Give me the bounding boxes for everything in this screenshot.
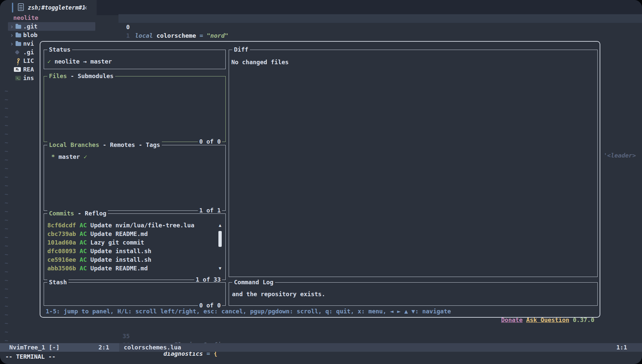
tab-submodules[interactable]: - Submodules (67, 72, 114, 79)
statusline: NvimTree_1 [-] 2:1 colorschemes.lua 1:1 (0, 343, 642, 352)
commit-row[interactable]: cbc739ab AC Update README.md (47, 230, 148, 238)
current-branch-star: * (51, 153, 55, 160)
scroll-up-icon[interactable]: ▲ (217, 221, 223, 230)
tilde-marker: ~ (5, 233, 8, 242)
tilde-marker: ~ (5, 293, 8, 302)
lazygit-commits-panel[interactable]: Commits - Reflog 8cf6dcdf AC Update nvim… (44, 213, 226, 280)
donate-link[interactable]: Donate (501, 316, 523, 323)
close-icon[interactable]: × (83, 3, 87, 12)
markdown-icon: M↓ (14, 67, 21, 72)
tilde-marker: ~ (5, 95, 8, 104)
tilde-marker: ~ (5, 87, 8, 95)
tree-item-label: .gi (23, 48, 34, 57)
lazygit-window: Status ✓ neolite → master Files - Submod… (40, 41, 600, 318)
tilde-marker: ~ (5, 181, 8, 190)
check-icon: ✓ (84, 153, 87, 160)
tilde-marker: ~ (5, 259, 8, 267)
tabline: zsh;#toggleterm#1 × (0, 0, 642, 15)
tilde-marker: ~ (5, 216, 8, 224)
commit-row[interactable]: dfc08093 AC Update install.sh (47, 247, 151, 255)
scrollbar-thumb[interactable] (218, 231, 222, 247)
tilde-marker: ~ (5, 207, 8, 216)
tree-item-label: REA (23, 65, 34, 74)
ask-question-link[interactable]: Ask Question (526, 316, 569, 323)
repo-status-row[interactable]: ✓ neolite → master (47, 57, 112, 66)
check-icon: ✓ (47, 58, 51, 65)
mode-indicator: -- TERMINAL -- (5, 352, 56, 361)
line-number: 1 (113, 31, 130, 40)
tree-item-label: blob (23, 31, 37, 39)
tab-commits[interactable]: Commits (49, 210, 74, 217)
tilde-marker: ~ (5, 276, 8, 285)
commits-panel-title: Commits - Reflog (47, 209, 108, 218)
tilde-marker: ~ (5, 190, 8, 199)
code-line-35: 35 -- Plugins Config -- (0, 323, 22, 332)
lazygit-branches-panel[interactable]: Local Branches - Remotes - Tags * master… (44, 145, 226, 211)
command-log-content: and the repository exists. (232, 290, 325, 298)
tab-files[interactable]: Files (49, 72, 67, 79)
lazygit-files-panel[interactable]: Files - Submodules 0 of 0 (44, 76, 226, 142)
tab-reflog[interactable]: - Reflog (74, 210, 107, 217)
tree-item-label: LIC (23, 57, 34, 65)
status-panel-title: Status (47, 45, 72, 54)
tab-remotes-tags[interactable]: - Remotes - Tags (99, 141, 160, 148)
tree-item-label: ins (23, 74, 34, 82)
leader-register-text: '<leader> (604, 151, 636, 160)
tilde-marker: ~ (5, 113, 8, 121)
branch-row[interactable]: * master ✓ (51, 153, 87, 161)
diff-panel-title: Diff (232, 45, 250, 54)
branches-panel-title: Local Branches - Remotes - Tags (47, 141, 162, 149)
tilde-marker: ~ (5, 138, 8, 147)
terminal-script-icon: >_ (15, 76, 21, 80)
tilde-marker: ~ (5, 130, 8, 138)
code-line-2: 2 if colorscheme == "onedark" then (0, 31, 22, 40)
files-panel-title: Files - Submodules (47, 72, 115, 80)
license-key-icon (15, 58, 22, 64)
keybinding-hints: 1-5: jump to panel, H/L: scroll left/rig… (46, 307, 451, 316)
commit-row[interactable]: 101ad60a AC Lazy git commit (47, 238, 144, 247)
scroll-down-icon[interactable]: ▼ (217, 264, 223, 273)
tilde-marker: ~ (5, 173, 8, 181)
stash-panel-title: Stash (47, 278, 69, 287)
cursor-line-highlight (118, 14, 642, 23)
filename-label: colorschemes.lua (124, 343, 181, 352)
buffer-name: NvimTree_1 [-] (9, 343, 60, 352)
tilde-marker: ~ (5, 121, 8, 130)
terminal-tab[interactable]: zsh;#toggleterm#1 × (0, 0, 97, 15)
tab-accent-bar (12, 3, 13, 13)
diff-content: No changed files (231, 58, 289, 67)
tilde-marker: ~ (5, 242, 8, 250)
tilde-marker: ~ (5, 156, 8, 164)
version-label: 0.37.0 (573, 316, 594, 323)
commit-row[interactable]: abb3506b AC Update README.md (47, 264, 148, 273)
code-line-36: 36 diagnostics = { (0, 332, 22, 341)
lazygit-status-panel[interactable]: Status ✓ neolite → master (44, 50, 226, 69)
statusline-nvimtree-segment: NvimTree_1 [-] 2:1 (0, 343, 119, 352)
tilde-marker: ~ (5, 147, 8, 156)
tilde-marker: ~ (5, 104, 8, 113)
tilde-marker: ~ (5, 302, 8, 310)
tilde-marker: ~ (5, 310, 8, 319)
commit-row[interactable]: 8cf6dcdf AC Update nvim/lua/file-tree.lu… (47, 221, 194, 230)
code-line-0: 0 local colorscheme = "nord" (0, 14, 22, 23)
tilde-marker: ~ (5, 285, 8, 293)
cursor-position: 1:1 (616, 343, 627, 352)
line-number: 0 (113, 23, 130, 31)
lazygit-command-log-panel[interactable]: Command Log and the repository exists. (229, 282, 598, 306)
code-line-1: 1 (0, 23, 22, 31)
tree-item-label: nvi (23, 39, 34, 48)
lazygit-diff-panel[interactable]: Diff No changed files (229, 50, 598, 277)
tilde-marker: ~ (5, 199, 8, 207)
terminal-window: zsh;#toggleterm#1 × neolite › .git › blo… (0, 0, 642, 364)
lazygit-stash-panel[interactable]: Stash 0 of 0 (44, 282, 226, 306)
tree-cursor-position: 2:1 (98, 343, 109, 352)
tab-title: zsh;#toggleterm#1 (28, 3, 85, 12)
tree-item-label: .git (23, 22, 37, 31)
commit-row[interactable]: ce5916ee AC Update install.sh (47, 255, 151, 264)
tilde-marker: ~ (5, 250, 8, 259)
tab-local-branches[interactable]: Local Branches (49, 141, 99, 148)
command-log-title: Command Log (232, 278, 275, 287)
line-number: 35 (113, 332, 130, 341)
tilde-marker: ~ (5, 267, 8, 276)
tilde-marker: ~ (5, 224, 8, 233)
